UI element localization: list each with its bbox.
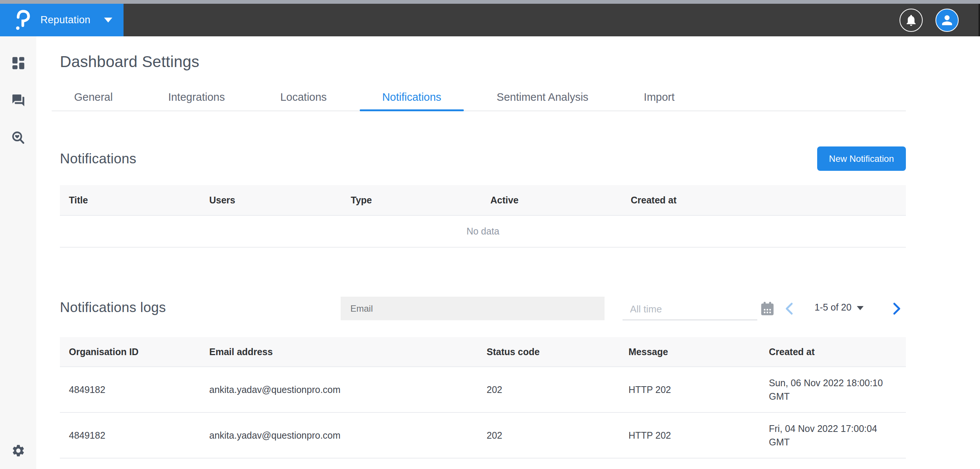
logs-table-header: Organisation ID Email address Status cod…: [60, 337, 906, 367]
notifications-section-title: Notifications: [60, 151, 136, 167]
col-users: Users: [200, 195, 342, 206]
notifications-table: Title Users Type Active Created at No da…: [60, 185, 906, 247]
tab-import[interactable]: Import: [621, 83, 697, 110]
cell-status: 202: [478, 378, 619, 402]
col-organisation-id: Organisation ID: [60, 346, 200, 357]
col-title: Title: [60, 195, 200, 206]
notifications-table-header: Title Users Type Active Created at: [60, 185, 906, 216]
pagination-range-dropdown[interactable]: 1-5 of 20: [815, 302, 864, 313]
notifications-bell-button[interactable]: [899, 9, 923, 32]
app-window: Reputation: [0, 0, 980, 469]
left-nav: [0, 36, 36, 469]
cell-status: 202: [478, 423, 619, 447]
col-active: Active: [481, 195, 622, 206]
user-avatar-icon: [940, 13, 955, 28]
scrollbar[interactable]: [978, 4, 980, 36]
col-type: Type: [342, 195, 481, 206]
search-heart-icon[interactable]: [11, 131, 25, 145]
settings-tabs: General Integrations Locations Notificat…: [52, 83, 906, 111]
col-created-at: Created at: [760, 346, 906, 357]
settings-gear-icon[interactable]: [11, 443, 25, 458]
main-panel: Dashboard Settings General Integrations …: [36, 36, 980, 469]
log-row: 4849182 ankita.yadav@questionpro.com 202…: [60, 413, 906, 458]
calendar-icon[interactable]: [759, 300, 776, 317]
bell-icon: [904, 13, 918, 27]
cell-org-id: 4849182: [60, 378, 200, 402]
notification-logs-table: Organisation ID Email address Status cod…: [60, 337, 906, 458]
product-switcher[interactable]: Reputation: [0, 4, 124, 36]
col-created-at: Created at: [622, 195, 906, 206]
log-row: 4849182 ankita.yadav@questionpro.com 202…: [60, 367, 906, 413]
app-bar-actions: [899, 9, 980, 32]
chat-icon[interactable]: [11, 93, 25, 107]
tab-sentiment-analysis[interactable]: Sentiment Analysis: [474, 83, 611, 110]
logs-section-title: Notifications logs: [60, 300, 166, 316]
page-title: Dashboard Settings: [60, 53, 906, 71]
caret-down-icon: [857, 306, 864, 310]
window-top-edge: [0, 0, 980, 4]
col-status-code: Status code: [478, 346, 619, 357]
brand-p-icon: [13, 10, 31, 31]
cell-message: HTTP 202: [619, 423, 760, 447]
new-notification-button[interactable]: New Notification: [817, 147, 906, 171]
chevron-left-icon[interactable]: [782, 300, 797, 317]
dashboard-icon[interactable]: [11, 56, 25, 70]
product-name: Reputation: [40, 14, 91, 26]
cell-email: ankita.yadav@questionpro.com: [200, 378, 478, 402]
pagination-range-label: 1-5 of 20: [815, 302, 852, 313]
tab-locations[interactable]: Locations: [258, 83, 349, 110]
col-email-address: Email address: [200, 346, 478, 357]
tab-general[interactable]: General: [52, 83, 135, 110]
tab-notifications[interactable]: Notifications: [360, 83, 464, 110]
cell-org-id: 4849182: [60, 423, 200, 447]
chevron-right-icon[interactable]: [889, 300, 904, 317]
col-message: Message: [619, 346, 760, 357]
cell-email: ankita.yadav@questionpro.com: [200, 423, 478, 447]
tab-integrations[interactable]: Integrations: [146, 83, 247, 110]
cell-created-at: Sun, 06 Nov 2022 18:00:10 GMT: [760, 371, 906, 409]
no-data-message: No data: [60, 216, 906, 247]
cell-created-at: Fri, 04 Nov 2022 17:00:04 GMT: [760, 416, 906, 455]
app-bar: Reputation: [0, 4, 980, 36]
email-filter-input[interactable]: [340, 297, 605, 320]
date-range-input[interactable]: [622, 299, 757, 320]
caret-down-icon: [104, 18, 112, 22]
user-menu-button[interactable]: [935, 9, 959, 32]
cell-message: HTTP 202: [619, 378, 760, 402]
